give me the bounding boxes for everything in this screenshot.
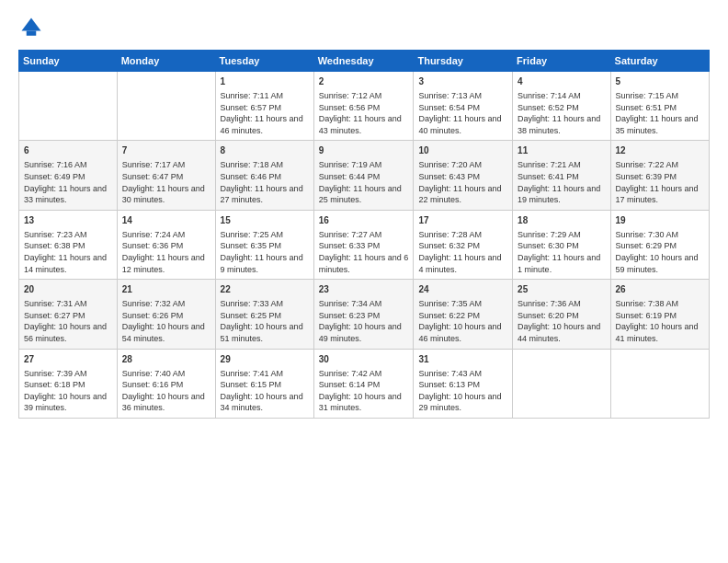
calendar-cell: 14Sunrise: 7:24 AMSunset: 6:36 PMDayligh… [117, 210, 215, 279]
sunrise-text: Sunrise: 7:39 AM [24, 369, 87, 378]
calendar-cell: 9Sunrise: 7:19 AMSunset: 6:44 PMDaylight… [313, 141, 414, 210]
calendar-cell: 12Sunrise: 7:22 AMSunset: 6:39 PMDayligh… [610, 141, 709, 210]
daylight-text: Daylight: 10 hours and 41 minutes. [616, 322, 699, 343]
sunset-text: Sunset: 6:22 PM [418, 311, 480, 320]
sunset-text: Sunset: 6:47 PM [122, 172, 184, 181]
daylight-text: Daylight: 11 hours and 40 minutes. [418, 114, 501, 135]
daylight-text: Daylight: 10 hours and 31 minutes. [319, 392, 402, 413]
sunset-text: Sunset: 6:49 PM [24, 172, 85, 181]
sunrise-text: Sunrise: 7:33 AM [221, 299, 284, 308]
calendar-body: 1Sunrise: 7:11 AMSunset: 6:57 PMDaylight… [19, 72, 710, 419]
day-header-friday: Friday [513, 51, 610, 72]
day-header-wednesday: Wednesday [313, 51, 414, 72]
sunrise-text: Sunrise: 7:17 AM [122, 160, 186, 169]
calendar-table: SundayMondayTuesdayWednesdayThursdayFrid… [18, 50, 710, 419]
daylight-text: Daylight: 10 hours and 36 minutes. [122, 392, 205, 413]
day-number: 24 [418, 283, 507, 296]
daylight-text: Daylight: 11 hours and 6 minutes. [319, 253, 409, 274]
sunrise-text: Sunrise: 7:38 AM [616, 299, 679, 308]
sunrise-text: Sunrise: 7:25 AM [221, 230, 284, 239]
daylight-text: Daylight: 11 hours and 4 minutes. [418, 253, 501, 274]
sunrise-text: Sunrise: 7:15 AM [616, 91, 679, 100]
day-number: 30 [319, 353, 409, 366]
sunrise-text: Sunrise: 7:13 AM [418, 91, 482, 100]
daylight-text: Daylight: 10 hours and 44 minutes. [518, 322, 600, 343]
calendar-week-1: 1Sunrise: 7:11 AMSunset: 6:57 PMDaylight… [19, 72, 710, 141]
day-number: 21 [122, 283, 210, 296]
daylight-text: Daylight: 10 hours and 29 minutes. [418, 392, 501, 413]
calendar-cell: 18Sunrise: 7:29 AMSunset: 6:30 PMDayligh… [513, 210, 610, 279]
sunset-text: Sunset: 6:44 PM [319, 172, 381, 181]
calendar-cell: 21Sunrise: 7:32 AMSunset: 6:26 PMDayligh… [117, 280, 215, 349]
day-number: 22 [221, 283, 309, 296]
sunset-text: Sunset: 6:46 PM [221, 172, 282, 181]
day-number: 26 [616, 283, 704, 296]
sunset-text: Sunset: 6:23 PM [319, 311, 381, 320]
calendar-cell: 13Sunrise: 7:23 AMSunset: 6:38 PMDayligh… [19, 210, 118, 279]
day-number: 29 [221, 353, 309, 366]
daylight-text: Daylight: 10 hours and 56 minutes. [24, 322, 107, 343]
sunrise-text: Sunrise: 7:30 AM [616, 230, 679, 239]
daylight-text: Daylight: 10 hours and 39 minutes. [24, 392, 107, 413]
daylight-text: Daylight: 10 hours and 59 minutes. [616, 253, 699, 274]
day-number: 17 [418, 214, 507, 227]
sunrise-text: Sunrise: 7:19 AM [319, 160, 382, 169]
sunrise-text: Sunrise: 7:14 AM [518, 91, 581, 100]
sunset-text: Sunset: 6:36 PM [122, 241, 184, 250]
day-number: 25 [518, 283, 605, 296]
sunset-text: Sunset: 6:27 PM [24, 311, 85, 320]
day-number: 6 [24, 144, 112, 157]
day-header-sunday: Sunday [19, 51, 118, 72]
daylight-text: Daylight: 11 hours and 17 minutes. [616, 184, 699, 205]
day-header-monday: Monday [117, 51, 215, 72]
daylight-text: Daylight: 11 hours and 27 minutes. [221, 184, 303, 205]
sunrise-text: Sunrise: 7:12 AM [319, 91, 382, 100]
sunset-text: Sunset: 6:32 PM [418, 241, 480, 250]
sunrise-text: Sunrise: 7:23 AM [24, 230, 87, 239]
calendar-cell: 3Sunrise: 7:13 AMSunset: 6:54 PMDaylight… [414, 72, 513, 141]
day-number: 18 [518, 214, 605, 227]
calendar-week-4: 20Sunrise: 7:31 AMSunset: 6:27 PMDayligh… [19, 280, 710, 349]
daylight-text: Daylight: 10 hours and 54 minutes. [122, 322, 205, 343]
day-number: 10 [418, 144, 507, 157]
daylight-text: Daylight: 10 hours and 51 minutes. [221, 322, 303, 343]
sunrise-text: Sunrise: 7:32 AM [122, 299, 186, 308]
sunset-text: Sunset: 6:14 PM [319, 380, 381, 389]
sunrise-text: Sunrise: 7:24 AM [122, 230, 186, 239]
sunset-text: Sunset: 6:57 PM [221, 103, 282, 112]
calendar-cell: 2Sunrise: 7:12 AMSunset: 6:56 PMDaylight… [313, 72, 414, 141]
calendar-week-5: 27Sunrise: 7:39 AMSunset: 6:18 PMDayligh… [19, 349, 710, 418]
calendar-cell: 22Sunrise: 7:33 AMSunset: 6:25 PMDayligh… [215, 280, 313, 349]
day-number: 3 [418, 75, 507, 88]
calendar-cell [117, 72, 215, 141]
svg-marker-0 [22, 18, 41, 31]
daylight-text: Daylight: 11 hours and 46 minutes. [221, 114, 303, 135]
sunset-text: Sunset: 6:43 PM [418, 172, 480, 181]
sunrise-text: Sunrise: 7:20 AM [418, 160, 482, 169]
daylight-text: Daylight: 11 hours and 33 minutes. [24, 184, 107, 205]
day-number: 8 [221, 144, 309, 157]
day-number: 5 [616, 75, 704, 88]
sunset-text: Sunset: 6:20 PM [518, 311, 579, 320]
calendar-week-2: 6Sunrise: 7:16 AMSunset: 6:49 PMDaylight… [19, 141, 710, 210]
calendar-cell: 17Sunrise: 7:28 AMSunset: 6:32 PMDayligh… [414, 210, 513, 279]
calendar-cell: 16Sunrise: 7:27 AMSunset: 6:33 PMDayligh… [313, 210, 414, 279]
calendar-cell: 8Sunrise: 7:18 AMSunset: 6:46 PMDaylight… [215, 141, 313, 210]
daylight-text: Daylight: 10 hours and 46 minutes. [418, 322, 501, 343]
calendar-cell [513, 349, 610, 418]
calendar-cell: 20Sunrise: 7:31 AMSunset: 6:27 PMDayligh… [19, 280, 118, 349]
sunset-text: Sunset: 6:18 PM [24, 380, 85, 389]
sunset-text: Sunset: 6:35 PM [221, 241, 282, 250]
sunset-text: Sunset: 6:30 PM [518, 241, 579, 250]
calendar-cell: 7Sunrise: 7:17 AMSunset: 6:47 PMDaylight… [117, 141, 215, 210]
daylight-text: Daylight: 11 hours and 14 minutes. [24, 253, 107, 274]
calendar-cell: 11Sunrise: 7:21 AMSunset: 6:41 PMDayligh… [513, 141, 610, 210]
day-number: 11 [518, 144, 605, 157]
daylight-text: Daylight: 11 hours and 35 minutes. [616, 114, 699, 135]
sunset-text: Sunset: 6:33 PM [319, 241, 381, 250]
calendar-cell [610, 349, 709, 418]
calendar-week-3: 13Sunrise: 7:23 AMSunset: 6:38 PMDayligh… [19, 210, 710, 279]
day-number: 15 [221, 214, 309, 227]
logo [18, 15, 48, 40]
svg-rect-1 [27, 31, 37, 36]
